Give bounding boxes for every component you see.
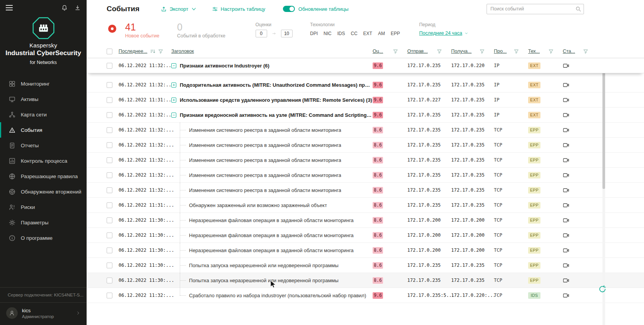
column-header-label[interactable]: Тех... bbox=[528, 49, 540, 54]
filter-funnel-icon[interactable] bbox=[549, 49, 554, 54]
table-row[interactable]: 06.12.2022 11:30:... Неразрешенная файло… bbox=[87, 228, 644, 243]
event-status-camera-icon[interactable] bbox=[563, 247, 569, 254]
sidebar-item-settings[interactable]: Параметры bbox=[0, 215, 87, 230]
event-status-camera-icon[interactable] bbox=[563, 277, 569, 284]
filter-funnel-icon[interactable] bbox=[158, 49, 163, 54]
expand-toggle[interactable]: + bbox=[171, 98, 176, 103]
sidebar-item-network-map[interactable]: Карта сети bbox=[0, 107, 87, 122]
event-status-camera-icon[interactable] bbox=[563, 97, 569, 103]
event-title[interactable]: Изменения системного реестра в заданной … bbox=[189, 127, 341, 133]
sidebar-item-risks[interactable]: Риски bbox=[0, 199, 87, 215]
row-checkbox[interactable] bbox=[107, 202, 112, 208]
event-title[interactable]: Изменения системного реестра в заданной … bbox=[189, 172, 341, 178]
period-dropdown[interactable]: Последние 24 часа bbox=[419, 30, 468, 36]
event-status-camera-icon[interactable] bbox=[563, 292, 569, 299]
event-title[interactable]: Признаки вредоносной активность на узле … bbox=[180, 112, 373, 118]
event-title[interactable]: Изменения системного реестра в заданной … bbox=[189, 142, 341, 148]
table-row[interactable]: 06.12.2022 11:32:... Изменения системног… bbox=[87, 153, 644, 168]
tech-filter-nic[interactable]: NIC bbox=[324, 31, 332, 36]
event-title[interactable]: Изменения системного реестра в заданной … bbox=[189, 157, 341, 163]
expand-toggle[interactable]: + bbox=[171, 83, 176, 88]
event-status-camera-icon[interactable] bbox=[563, 157, 569, 163]
sidebar-item-reports[interactable]: Отчеты bbox=[0, 138, 87, 153]
event-status-camera-icon[interactable] bbox=[563, 202, 569, 209]
hamburger-menu-icon[interactable] bbox=[6, 5, 13, 10]
event-status-camera-icon[interactable] bbox=[563, 187, 569, 194]
tech-filter-am[interactable]: AM bbox=[378, 31, 385, 36]
sidebar-item-assets[interactable]: Активы bbox=[0, 91, 87, 107]
event-title[interactable]: Обнаружен зараженный или возможно зараже… bbox=[189, 202, 327, 208]
event-status-camera-icon[interactable] bbox=[563, 82, 569, 88]
chevron-right-icon[interactable] bbox=[76, 311, 80, 315]
row-checkbox[interactable] bbox=[107, 63, 112, 69]
row-checkbox[interactable] bbox=[107, 127, 112, 133]
filter-funnel-icon[interactable] bbox=[583, 49, 588, 54]
row-checkbox[interactable] bbox=[107, 157, 112, 163]
refresh-corner-icon[interactable] bbox=[598, 285, 607, 293]
event-title[interactable]: Неразрешенная файловая операция в заданн… bbox=[189, 232, 354, 238]
table-row[interactable]: 06.12.2022 11:31:... Обнаружен зараженны… bbox=[87, 198, 644, 213]
row-checkbox[interactable] bbox=[107, 82, 112, 88]
tech-filter-ids[interactable]: IDS bbox=[337, 31, 345, 36]
event-title[interactable]: Признаки активности Industroyer (6) bbox=[180, 63, 269, 69]
event-title[interactable]: Попытка запуска неразрешенной или недове… bbox=[189, 263, 338, 268]
event-title[interactable]: Сработало правило из набора industroyer … bbox=[189, 293, 366, 298]
tech-filter-dpi[interactable]: DPI bbox=[310, 31, 318, 36]
download-icon[interactable] bbox=[74, 5, 81, 11]
event-title[interactable]: Изменения системного реестра в заданной … bbox=[189, 187, 341, 193]
column-header-label[interactable]: Про... bbox=[494, 49, 507, 54]
search-input[interactable] bbox=[487, 4, 584, 14]
row-checkbox[interactable] bbox=[107, 248, 112, 253]
row-checkbox[interactable] bbox=[107, 263, 112, 268]
column-header-label[interactable]: Последнее... bbox=[119, 49, 147, 54]
filter-funnel-icon[interactable] bbox=[393, 49, 398, 54]
event-status-camera-icon[interactable] bbox=[563, 172, 569, 178]
new-events-stat[interactable]: 41 Новое событие bbox=[125, 22, 159, 39]
row-checkbox[interactable] bbox=[107, 278, 112, 283]
event-title[interactable]: Неразрешенная файловая операция в заданн… bbox=[189, 217, 354, 223]
column-header-label[interactable]: Ста... bbox=[563, 49, 575, 54]
filter-funnel-icon[interactable] bbox=[514, 49, 519, 54]
event-title[interactable]: Использование средств удаленного управле… bbox=[180, 97, 372, 103]
table-row[interactable]: 06.12.2022 11:32:... Изменения системног… bbox=[87, 168, 644, 183]
table-row[interactable]: 06.12.2022 11:32:... Изменения системног… bbox=[87, 183, 644, 198]
export-button[interactable]: Экспорт bbox=[161, 6, 197, 12]
table-row[interactable]: 06.12.2022 11:32:... Изменения системног… bbox=[87, 123, 644, 138]
search-icon[interactable] bbox=[575, 6, 581, 12]
table-row[interactable]: 06.12.2022 11:32:... − Признаки вредонос… bbox=[87, 108, 644, 123]
sidebar-item-monitoring[interactable]: Мониторинг bbox=[0, 76, 87, 91]
column-header-label[interactable]: Заголовок bbox=[171, 49, 194, 54]
column-header-label[interactable]: Отправ... bbox=[407, 49, 428, 54]
event-status-camera-icon[interactable] bbox=[563, 62, 569, 69]
event-title[interactable]: Неразрешенная файловая операция в заданн… bbox=[189, 248, 354, 253]
column-header-label[interactable]: Получа... bbox=[451, 49, 472, 54]
sort-icon[interactable] bbox=[150, 49, 156, 54]
event-status-camera-icon[interactable] bbox=[563, 112, 569, 118]
configure-table-button[interactable]: Настроить таблицу bbox=[212, 6, 265, 12]
table-row[interactable]: 06.12.2022 11:30:... Неразрешенная файло… bbox=[87, 243, 644, 258]
event-status-camera-icon[interactable] bbox=[563, 127, 569, 133]
table-row[interactable]: 06.12.2022 11:31:... + Использование сре… bbox=[87, 93, 644, 108]
table-row[interactable]: 06.12.2022 11:32:... Сработало правило и… bbox=[87, 288, 644, 303]
table-row[interactable]: 06.12.2022 11:30:... Неразрешенная файло… bbox=[87, 213, 644, 228]
row-checkbox[interactable] bbox=[107, 172, 112, 178]
select-all-checkbox[interactable] bbox=[107, 49, 112, 54]
event-status-camera-icon[interactable] bbox=[563, 232, 569, 239]
event-status-camera-icon[interactable] bbox=[563, 142, 569, 148]
filter-funnel-icon[interactable] bbox=[480, 49, 485, 54]
event-status-camera-icon[interactable] bbox=[563, 217, 569, 224]
table-row[interactable]: 06.12.2022 11:32:... + Подозрительная ак… bbox=[87, 77, 644, 93]
expand-toggle[interactable]: − bbox=[171, 63, 176, 68]
scrollbar-thumb[interactable] bbox=[602, 62, 605, 189]
sidebar-item-allow-rules[interactable]: Разрешающие правила bbox=[0, 168, 87, 184]
score-min-input[interactable] bbox=[256, 30, 267, 37]
row-checkbox[interactable] bbox=[107, 232, 112, 238]
user-account-row[interactable]: kics Администратор bbox=[0, 302, 87, 325]
row-checkbox[interactable] bbox=[107, 142, 112, 148]
expand-toggle[interactable]: − bbox=[171, 113, 176, 118]
event-title[interactable]: Попытка запуска неразрешенной или недове… bbox=[189, 278, 338, 283]
sidebar-item-about[interactable]: О программе bbox=[0, 230, 87, 246]
row-checkbox[interactable] bbox=[107, 112, 112, 118]
row-checkbox[interactable] bbox=[107, 217, 112, 223]
filter-funnel-icon[interactable] bbox=[437, 49, 442, 54]
